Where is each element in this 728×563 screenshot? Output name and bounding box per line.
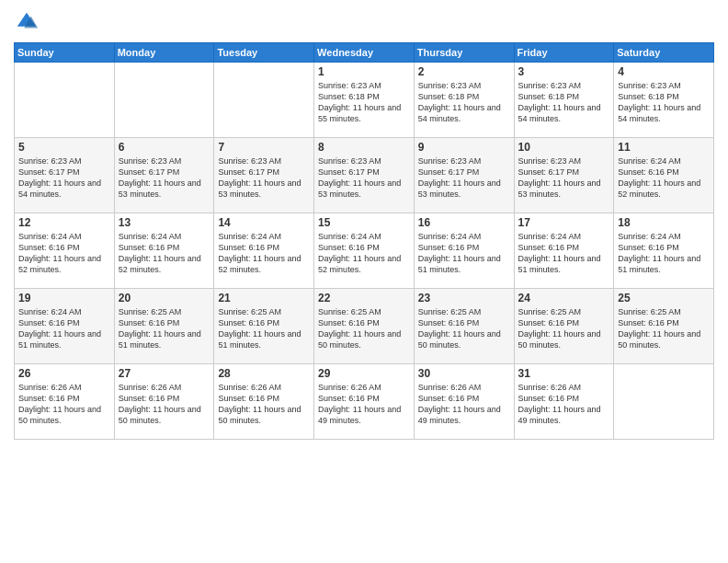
day-info: Sunrise: 6:25 AM Sunset: 6:16 PM Dayligh… (518, 306, 610, 351)
calendar-day-cell: 2Sunrise: 6:23 AM Sunset: 6:18 PM Daylig… (414, 63, 514, 138)
calendar-day-cell: 4Sunrise: 6:23 AM Sunset: 6:18 PM Daylig… (614, 63, 714, 138)
day-number: 16 (418, 216, 510, 229)
calendar-day-cell: 30Sunrise: 6:26 AM Sunset: 6:16 PM Dayli… (414, 364, 514, 440)
day-info: Sunrise: 6:25 AM Sunset: 6:16 PM Dayligh… (119, 306, 210, 351)
day-number: 7 (218, 141, 310, 154)
calendar-day-cell (15, 63, 115, 138)
calendar-day-cell: 17Sunrise: 6:24 AM Sunset: 6:16 PM Dayli… (514, 213, 614, 289)
day-number: 1 (318, 65, 410, 78)
day-info: Sunrise: 6:26 AM Sunset: 6:16 PM Dayligh… (518, 382, 610, 427)
calendar-week-row: 26Sunrise: 6:26 AM Sunset: 6:16 PM Dayli… (15, 364, 714, 440)
day-info: Sunrise: 6:24 AM Sunset: 6:16 PM Dayligh… (318, 231, 410, 276)
day-number: 29 (318, 367, 410, 380)
calendar-day-cell: 14Sunrise: 6:24 AM Sunset: 6:16 PM Dayli… (214, 213, 314, 289)
calendar-day-cell: 19Sunrise: 6:24 AM Sunset: 6:16 PM Dayli… (15, 289, 115, 364)
day-info: Sunrise: 6:23 AM Sunset: 6:18 PM Dayligh… (618, 80, 710, 125)
day-number: 8 (318, 141, 410, 154)
day-info: Sunrise: 6:24 AM Sunset: 6:16 PM Dayligh… (618, 155, 710, 201)
calendar-weekday-header: Monday (114, 43, 214, 63)
calendar-day-cell: 12Sunrise: 6:24 AM Sunset: 6:16 PM Dayli… (15, 213, 115, 289)
calendar-week-row: 19Sunrise: 6:24 AM Sunset: 6:16 PM Dayli… (15, 289, 714, 364)
day-info: Sunrise: 6:25 AM Sunset: 6:16 PM Dayligh… (218, 306, 310, 351)
day-number: 3 (518, 65, 610, 78)
calendar-weekday-header: Friday (514, 43, 614, 63)
day-number: 19 (18, 292, 110, 304)
calendar-day-cell: 24Sunrise: 6:25 AM Sunset: 6:16 PM Dayli… (514, 289, 614, 364)
calendar-weekday-header: Wednesday (314, 43, 415, 63)
day-number: 25 (618, 292, 710, 304)
day-info: Sunrise: 6:25 AM Sunset: 6:16 PM Dayligh… (418, 306, 510, 351)
calendar-day-cell (614, 364, 714, 440)
calendar-weekday-header: Thursday (414, 43, 514, 63)
day-number: 26 (18, 367, 110, 380)
day-number: 6 (119, 141, 210, 154)
calendar-table: SundayMondayTuesdayWednesdayThursdayFrid… (14, 42, 714, 440)
calendar-day-cell: 18Sunrise: 6:24 AM Sunset: 6:16 PM Dayli… (614, 213, 714, 289)
day-info: Sunrise: 6:26 AM Sunset: 6:16 PM Dayligh… (318, 382, 410, 427)
day-info: Sunrise: 6:24 AM Sunset: 6:16 PM Dayligh… (418, 231, 510, 276)
calendar-day-cell: 8Sunrise: 6:23 AM Sunset: 6:17 PM Daylig… (314, 138, 415, 213)
logo (14, 9, 43, 35)
calendar-day-cell: 11Sunrise: 6:24 AM Sunset: 6:16 PM Dayli… (614, 138, 714, 213)
calendar-week-row: 1Sunrise: 6:23 AM Sunset: 6:18 PM Daylig… (15, 63, 714, 138)
calendar-day-cell: 26Sunrise: 6:26 AM Sunset: 6:16 PM Dayli… (15, 364, 115, 440)
calendar-day-cell: 13Sunrise: 6:24 AM Sunset: 6:16 PM Dayli… (114, 213, 214, 289)
calendar-day-cell: 22Sunrise: 6:25 AM Sunset: 6:16 PM Dayli… (314, 289, 415, 364)
calendar-day-cell: 9Sunrise: 6:23 AM Sunset: 6:17 PM Daylig… (414, 138, 514, 213)
day-number: 5 (18, 141, 110, 154)
day-number: 27 (119, 367, 210, 380)
day-info: Sunrise: 6:24 AM Sunset: 6:16 PM Dayligh… (618, 231, 710, 276)
day-number: 2 (418, 65, 510, 78)
day-info: Sunrise: 6:26 AM Sunset: 6:16 PM Dayligh… (18, 382, 110, 427)
day-number: 31 (518, 367, 610, 380)
day-info: Sunrise: 6:23 AM Sunset: 6:18 PM Dayligh… (418, 80, 510, 125)
day-info: Sunrise: 6:24 AM Sunset: 6:16 PM Dayligh… (18, 306, 110, 351)
calendar-day-cell: 21Sunrise: 6:25 AM Sunset: 6:16 PM Dayli… (214, 289, 314, 364)
header (14, 9, 714, 35)
calendar-day-cell: 23Sunrise: 6:25 AM Sunset: 6:16 PM Dayli… (414, 289, 514, 364)
calendar-day-cell: 6Sunrise: 6:23 AM Sunset: 6:17 PM Daylig… (114, 138, 214, 213)
day-number: 28 (218, 367, 310, 380)
calendar-day-cell: 15Sunrise: 6:24 AM Sunset: 6:16 PM Dayli… (314, 213, 415, 289)
day-number: 11 (618, 141, 710, 154)
day-info: Sunrise: 6:24 AM Sunset: 6:16 PM Dayligh… (218, 231, 310, 276)
calendar-day-cell: 29Sunrise: 6:26 AM Sunset: 6:16 PM Dayli… (314, 364, 415, 440)
page: SundayMondayTuesdayWednesdayThursdayFrid… (0, 0, 728, 563)
day-number: 12 (18, 216, 110, 229)
calendar-weekday-header: Saturday (614, 43, 714, 63)
day-info: Sunrise: 6:24 AM Sunset: 6:16 PM Dayligh… (18, 231, 110, 276)
day-info: Sunrise: 6:23 AM Sunset: 6:17 PM Dayligh… (418, 155, 510, 201)
day-info: Sunrise: 6:23 AM Sunset: 6:17 PM Dayligh… (18, 155, 110, 201)
calendar-day-cell: 5Sunrise: 6:23 AM Sunset: 6:17 PM Daylig… (15, 138, 115, 213)
day-number: 15 (318, 216, 410, 229)
calendar-weekday-header: Sunday (15, 43, 115, 63)
day-info: Sunrise: 6:25 AM Sunset: 6:16 PM Dayligh… (618, 306, 710, 351)
day-number: 22 (318, 292, 410, 304)
calendar-day-cell (214, 63, 314, 138)
day-number: 4 (618, 65, 710, 78)
day-info: Sunrise: 6:23 AM Sunset: 6:17 PM Dayligh… (218, 155, 310, 201)
calendar-week-row: 5Sunrise: 6:23 AM Sunset: 6:17 PM Daylig… (15, 138, 714, 213)
day-info: Sunrise: 6:23 AM Sunset: 6:17 PM Dayligh… (518, 155, 610, 201)
calendar-header-row: SundayMondayTuesdayWednesdayThursdayFrid… (15, 43, 714, 63)
day-number: 23 (418, 292, 510, 304)
day-info: Sunrise: 6:23 AM Sunset: 6:18 PM Dayligh… (318, 80, 410, 125)
day-info: Sunrise: 6:26 AM Sunset: 6:16 PM Dayligh… (218, 382, 310, 427)
day-number: 10 (518, 141, 610, 154)
day-info: Sunrise: 6:25 AM Sunset: 6:16 PM Dayligh… (318, 306, 410, 351)
calendar-weekday-header: Tuesday (214, 43, 314, 63)
day-info: Sunrise: 6:24 AM Sunset: 6:16 PM Dayligh… (119, 231, 210, 276)
day-number: 14 (218, 216, 310, 229)
day-info: Sunrise: 6:24 AM Sunset: 6:16 PM Dayligh… (518, 231, 610, 276)
day-number: 17 (518, 216, 610, 229)
day-info: Sunrise: 6:23 AM Sunset: 6:18 PM Dayligh… (518, 80, 610, 125)
day-info: Sunrise: 6:26 AM Sunset: 6:16 PM Dayligh… (418, 382, 510, 427)
calendar-day-cell: 16Sunrise: 6:24 AM Sunset: 6:16 PM Dayli… (414, 213, 514, 289)
calendar-day-cell: 20Sunrise: 6:25 AM Sunset: 6:16 PM Dayli… (114, 289, 214, 364)
day-number: 9 (418, 141, 510, 154)
calendar-week-row: 12Sunrise: 6:24 AM Sunset: 6:16 PM Dayli… (15, 213, 714, 289)
calendar-day-cell: 1Sunrise: 6:23 AM Sunset: 6:18 PM Daylig… (314, 63, 415, 138)
day-info: Sunrise: 6:23 AM Sunset: 6:17 PM Dayligh… (318, 155, 410, 201)
day-number: 21 (218, 292, 310, 304)
day-number: 13 (119, 216, 210, 229)
